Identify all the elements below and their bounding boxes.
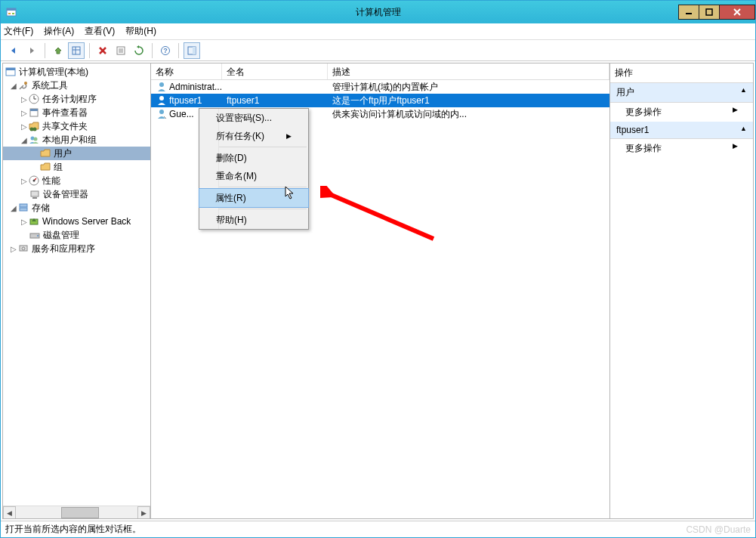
expand-icon[interactable]: ▷ [20, 218, 28, 226]
svg-text:?: ? [163, 47, 168, 54]
tree-label: 任务计划程序 [42, 93, 97, 106]
cm-label: 删除(D) [216, 152, 247, 165]
tree-hscroll[interactable]: ◀ ▶ [3, 506, 150, 518]
svg-rect-1 [7, 8, 16, 11]
list-row[interactable]: Administrat... 管理计算机(域)的内置帐户 [151, 80, 609, 94]
tree-localusers[interactable]: ◢ 本地用户和组 [3, 133, 150, 147]
cm-alltasks[interactable]: 所有任务(K)▶ [199, 127, 308, 145]
scroll-thumb[interactable] [61, 507, 99, 518]
watermark: CSDN @Duarte [686, 524, 751, 535]
disk-icon [29, 229, 41, 241]
cm-properties[interactable]: 属性(R) [199, 188, 309, 208]
tree-storage[interactable]: ◢ 存储 [3, 201, 150, 215]
cell-text: 管理计算机(域)的内置帐户 [328, 81, 609, 94]
up-button[interactable] [50, 42, 66, 59]
show-actions-button[interactable] [184, 42, 200, 59]
tree-events[interactable]: ▷ 事件查看器 [3, 106, 150, 119]
help-button[interactable]: ? [157, 42, 174, 59]
tree-root[interactable]: 计算机管理(本地) [3, 65, 150, 79]
cell-text: ftpuser1 [222, 95, 328, 106]
collapse-icon[interactable]: ◢ [9, 204, 17, 212]
collapse-up-icon[interactable]: ▲ [740, 86, 747, 99]
cell-text: 这是一个ftp用户ftpuser1 [328, 94, 609, 107]
minimize-button[interactable] [678, 5, 699, 20]
tree-label: 用户 [54, 147, 72, 160]
actions-selection-header[interactable]: ftpuser1▲ [610, 122, 753, 139]
menu-file[interactable]: 文件(F) [4, 25, 33, 38]
list-view-button[interactable] [68, 42, 85, 59]
titlebar[interactable]: 计算机管理 [1, 1, 755, 23]
svg-rect-3 [12, 13, 14, 14]
expand-icon[interactable]: ▷ [20, 95, 28, 104]
menu-help[interactable]: 帮助(H) [125, 25, 156, 38]
list-row-selected[interactable]: ftpuser1 ftpuser1 这是一个ftp用户ftpuser1 [151, 94, 609, 107]
col-fullname[interactable]: 全名 [222, 63, 328, 79]
collapse-icon[interactable]: ◢ [9, 82, 17, 90]
status-text: 打开当前所选内容的属性对话框。 [5, 523, 141, 536]
cm-label: 重命名(M) [216, 170, 257, 183]
svg-rect-36 [32, 197, 37, 199]
actions-more[interactable]: 更多操作▶ [610, 139, 753, 158]
expand-icon[interactable]: ▷ [20, 177, 28, 185]
clock-icon [28, 93, 40, 105]
nav-tree[interactable]: 计算机管理(本地) ◢ 系统工具 ▷ 任务计划程序 ▷ 事件查看器 ▷ 共享文件… [3, 63, 151, 518]
menu-view[interactable]: 查看(V) [85, 25, 115, 38]
tree-tasks[interactable]: ▷ 任务计划程序 [3, 92, 150, 106]
collapse-up-icon[interactable]: ▲ [740, 125, 747, 135]
actions-header-label: 用户 [616, 86, 634, 99]
actions-users-header[interactable]: 用户▲ [610, 83, 753, 103]
expand-icon[interactable]: ▷ [20, 122, 28, 131]
services-icon [17, 243, 29, 255]
tree-services[interactable]: ▷ 服务和应用程序 [3, 242, 150, 255]
svg-point-45 [159, 96, 164, 100]
actions-item-label: 更多操作 [625, 142, 662, 155]
cm-label: 帮助(H) [216, 214, 247, 227]
collapse-icon[interactable]: ◢ [20, 136, 28, 144]
cm-separator [219, 187, 307, 187]
cm-help[interactable]: 帮助(H) [199, 211, 308, 229]
svg-point-32 [34, 138, 38, 141]
tree-devmgr[interactable]: 设备管理器 [3, 187, 150, 201]
tree-wsb[interactable]: ▷ Windows Server Back [3, 215, 150, 228]
scroll-left-button[interactable]: ◀ [3, 506, 16, 518]
toolbar-sep [178, 43, 179, 58]
close-button[interactable] [719, 5, 755, 20]
col-name[interactable]: 名称 [151, 63, 222, 79]
context-menu: 设置密码(S)... 所有任务(K)▶ 删除(D) 重命名(M) 属性(R) 帮… [199, 108, 309, 230]
cm-label: 属性(R) [215, 192, 246, 205]
tree-label: 设备管理器 [43, 188, 88, 201]
back-button[interactable] [5, 42, 22, 59]
actions-header-label: ftpuser1 [616, 125, 649, 135]
cm-label: 设置密码(S)... [216, 112, 272, 125]
tree-perf[interactable]: ▷ 性能 [3, 174, 150, 187]
forward-button[interactable] [23, 42, 40, 59]
maximize-button[interactable] [699, 5, 720, 20]
tree-shared[interactable]: ▷ 共享文件夹 [3, 119, 150, 133]
properties-button[interactable] [113, 42, 129, 59]
tree-label: 组 [54, 161, 63, 174]
backup-icon [28, 215, 40, 227]
actions-item-label: 更多操作 [625, 106, 662, 119]
expand-icon[interactable]: ▷ [20, 109, 28, 117]
cell-text: Administrat... [169, 82, 222, 92]
folder-icon [39, 161, 51, 173]
scroll-right-button[interactable]: ▶ [137, 506, 150, 518]
tree-systools[interactable]: ◢ 系统工具 [3, 79, 150, 92]
cm-rename[interactable]: 重命名(M) [199, 167, 308, 185]
expand-icon[interactable]: ▷ [9, 245, 17, 253]
cell-text: 供来宾访问计算机或访问域的内... [328, 108, 609, 121]
tree-users[interactable]: 用户 [3, 147, 150, 160]
menu-action[interactable]: 操作(A) [44, 25, 74, 38]
refresh-button[interactable] [131, 42, 147, 59]
col-desc[interactable]: 描述 [328, 63, 609, 79]
cm-delete[interactable]: 删除(D) [199, 149, 308, 167]
cm-separator [219, 147, 307, 147]
tree-groups[interactable]: 组 [3, 160, 150, 174]
tree-label: 存储 [32, 202, 50, 215]
actions-more[interactable]: 更多操作▶ [610, 103, 753, 122]
delete-button[interactable] [94, 42, 111, 59]
tree-label: 系统工具 [32, 79, 68, 92]
cm-setpwd[interactable]: 设置密码(S)... [199, 109, 308, 127]
tree-diskmgr[interactable]: 磁盘管理 [3, 228, 150, 242]
svg-point-44 [159, 82, 164, 87]
